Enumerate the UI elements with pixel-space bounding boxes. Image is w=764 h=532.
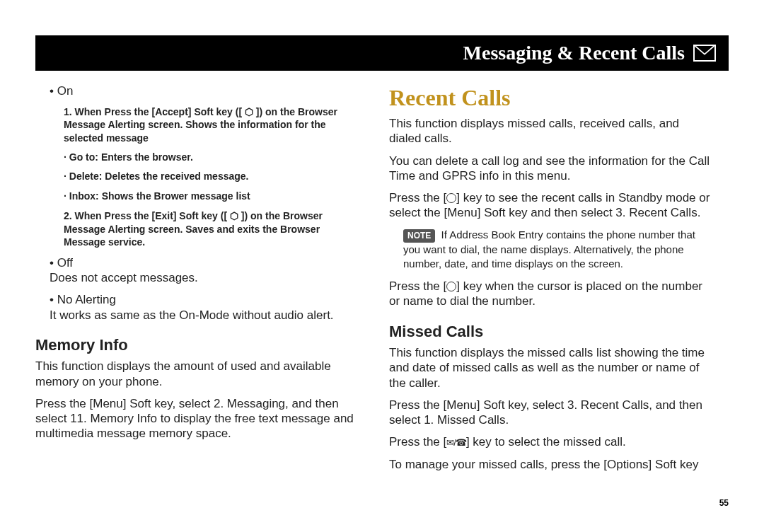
two-column-layout: On 1. When Press the [Accept] Soft key (… xyxy=(35,83,729,479)
section-header: Messaging & Recent Calls xyxy=(35,35,729,71)
page-number: 55 xyxy=(719,498,729,508)
goto-action: Go to: Enters the browser. xyxy=(35,151,361,164)
note-text: If Address Book Entry contains the phone… xyxy=(403,229,695,270)
inbox-action: Inbox: Shows the Brower message list xyxy=(35,190,361,203)
msg-phone-key-icon: ✉/☎ xyxy=(446,437,466,448)
text-fragment: Press the [ xyxy=(389,279,446,293)
memory-info-heading: Memory Info xyxy=(35,335,361,355)
missed-calls-p4: To manage your missed calls, press the [… xyxy=(389,457,714,472)
left-column: On 1. When Press the [Accept] Soft key (… xyxy=(35,83,361,479)
exit-softkey-instruction: 2. When Press the [Exit] Soft key ([ ⬡ ]… xyxy=(35,209,361,248)
recent-calls-p2: You can delete a call log and see the in… xyxy=(389,154,714,184)
bullet-noalert: No Alerting xyxy=(35,292,361,307)
missed-calls-p2: Press the [Menu] Soft key, select 3. Rec… xyxy=(389,398,714,428)
missed-calls-p1: This function displays the missed calls … xyxy=(389,345,714,391)
manual-page: Messaging & Recent Calls On 1. When Pres… xyxy=(0,0,764,532)
noalert-description: It works as same as the On-Mode without … xyxy=(35,308,361,323)
recent-calls-p4: Press the [] key when the cursor is plac… xyxy=(389,279,714,309)
off-description: Does not accept messages. xyxy=(35,270,361,285)
header-title: Messaging & Recent Calls xyxy=(463,42,685,64)
envelope-icon xyxy=(693,45,716,62)
memory-info-p1: This function displays the amount of use… xyxy=(35,359,361,389)
recent-calls-heading: Recent Calls xyxy=(389,83,714,112)
send-key-icon xyxy=(446,282,456,291)
recent-calls-p1: This function displays missed calls, rec… xyxy=(389,116,714,146)
memory-info-p2: Press the [Menu] Soft key, select 2. Mes… xyxy=(35,396,361,441)
note-box: NOTE If Address Book Entry contains the … xyxy=(389,228,714,271)
right-column: Recent Calls This function displays miss… xyxy=(389,83,714,479)
send-key-icon xyxy=(446,193,456,203)
text-fragment: Press the [ xyxy=(389,191,446,204)
missed-calls-heading: Missed Calls xyxy=(389,322,714,342)
accept-softkey-instruction: 1. When Press the [Accept] Soft key ([ ⬡… xyxy=(35,105,361,144)
bullet-on: On xyxy=(35,83,361,98)
recent-calls-p3: Press the [] key to see the recent calls… xyxy=(389,190,714,221)
bullet-off: Off xyxy=(35,255,361,270)
text-fragment: ] key to select the missed call. xyxy=(466,435,626,449)
missed-calls-p3: Press the [✉/☎] key to select the missed… xyxy=(389,434,714,449)
delete-action: Delete: Deletes the received message. xyxy=(35,170,361,183)
text-fragment: Press the [ xyxy=(389,435,446,449)
note-badge: NOTE xyxy=(403,229,435,243)
